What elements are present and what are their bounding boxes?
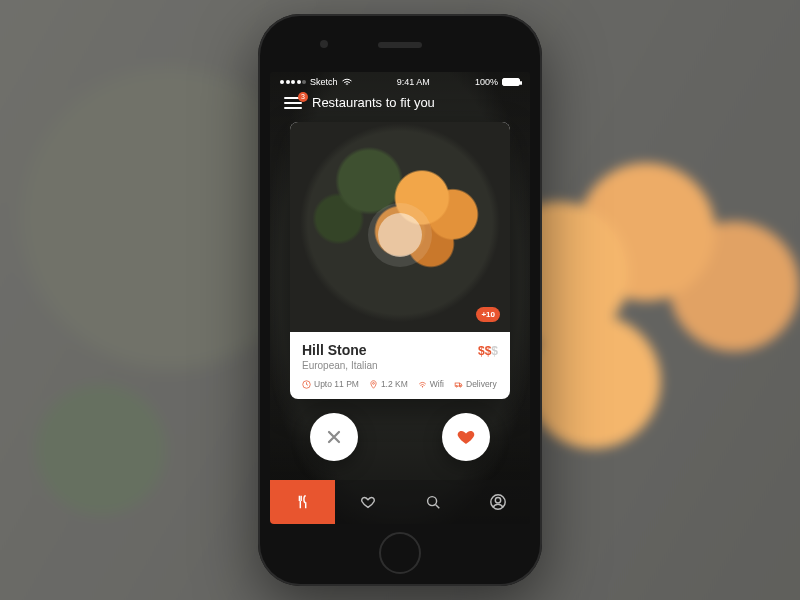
wifi-chip: Wifi — [418, 379, 444, 389]
status-bar: Sketch 9:41 AM 100% — [270, 72, 530, 87]
notification-badge: 3 — [298, 92, 308, 102]
wifi-small-icon — [418, 380, 427, 389]
carrier-label: Sketch — [310, 77, 338, 87]
close-icon — [324, 427, 344, 447]
home-button[interactable] — [379, 532, 421, 574]
photo-count-badge: +10 — [476, 307, 500, 322]
svg-point-8 — [495, 498, 500, 503]
menu-button[interactable]: 3 — [284, 97, 302, 109]
swipe-actions — [270, 399, 530, 461]
wifi-icon — [342, 78, 352, 86]
svg-point-2 — [422, 386, 423, 387]
cuisine-label: European, Italian — [302, 360, 498, 371]
phone-camera — [320, 40, 328, 48]
tab-bar — [270, 480, 530, 524]
delivery-chip: Delivery — [454, 379, 497, 389]
utensils-icon — [294, 493, 312, 511]
heart-outline-icon — [359, 493, 377, 511]
battery-percent: 100% — [475, 77, 498, 87]
restaurant-meta: Upto 11 PM 1.2 KM Wifi Delivery — [302, 379, 498, 389]
price-tier: $$$ — [478, 344, 498, 358]
phone-speaker — [378, 42, 422, 48]
distance-chip: 1.2 KM — [369, 379, 408, 389]
battery-icon — [502, 78, 520, 86]
delivery-icon — [454, 380, 463, 389]
dismiss-button[interactable] — [310, 413, 358, 461]
app-header: 3 Restaurants to fit you — [270, 87, 530, 116]
pin-icon — [369, 380, 378, 389]
tab-discover[interactable] — [270, 480, 335, 524]
clock-icon — [302, 380, 311, 389]
tap-indicator — [378, 213, 422, 257]
heart-icon — [456, 427, 476, 447]
tab-favorites[interactable] — [335, 480, 400, 524]
page-title: Restaurants to fit you — [312, 95, 435, 110]
app-screen: Sketch 9:41 AM 100% 3 Restaurants to fit… — [270, 72, 530, 524]
clock: 9:41 AM — [397, 77, 430, 87]
restaurant-photo[interactable]: +10 — [290, 122, 510, 332]
profile-icon — [489, 493, 507, 511]
phone-frame: Sketch 9:41 AM 100% 3 Restaurants to fit… — [258, 14, 542, 586]
like-button[interactable] — [442, 413, 490, 461]
restaurant-name: Hill Stone — [302, 342, 367, 358]
restaurant-info: Hill Stone $$$ European, Italian Upto 11… — [290, 332, 510, 399]
search-icon — [424, 493, 442, 511]
tab-profile[interactable] — [465, 480, 530, 524]
svg-point-6 — [427, 497, 436, 506]
svg-point-1 — [372, 382, 374, 384]
tab-search[interactable] — [400, 480, 465, 524]
restaurant-card[interactable]: +10 Hill Stone $$$ European, Italian Upt… — [290, 122, 510, 399]
signal-strength-icon — [280, 80, 306, 84]
hours-chip: Upto 11 PM — [302, 379, 359, 389]
